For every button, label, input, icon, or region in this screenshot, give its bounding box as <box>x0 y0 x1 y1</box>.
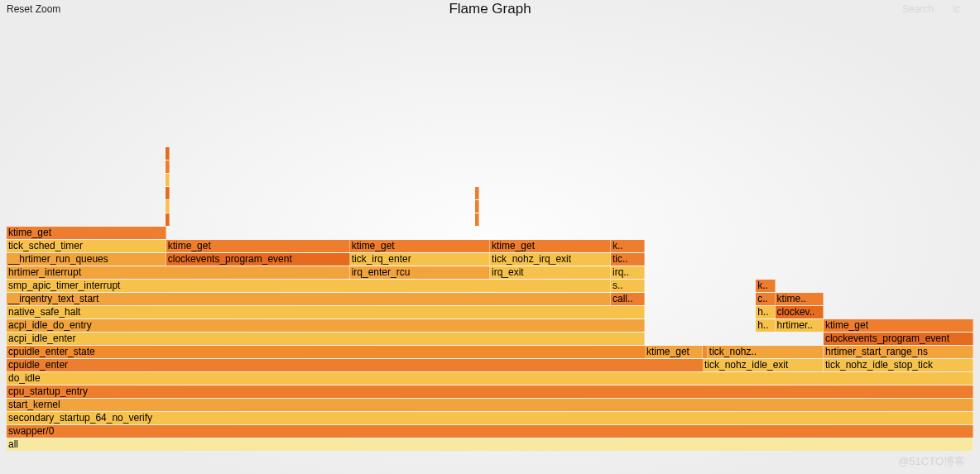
flame-frame[interactable]: tick_nohz_idle_exit <box>703 359 824 371</box>
flame-frame[interactable]: k.. <box>756 280 775 292</box>
flame-frame[interactable]: acpi_idle_enter <box>7 333 645 345</box>
flame-frame[interactable]: c.. <box>756 293 775 305</box>
watermark: @51CTO博客 <box>898 454 965 469</box>
flame-frame[interactable]: cpu_startup_entry <box>7 385 973 398</box>
flame-frame[interactable]: native_safe_halt <box>7 306 645 318</box>
flame-frame[interactable]: tick_nohz_idle_stop_tick <box>824 359 973 371</box>
flame-frame[interactable]: __irqentry_text_start <box>7 293 611 305</box>
ic-link[interactable]: ic <box>953 3 960 15</box>
flame-frame[interactable]: irq_enter_rcu <box>350 266 490 279</box>
flame-frame[interactable]: cpuidle_enter_state <box>7 346 708 358</box>
search-link[interactable]: Search <box>902 3 934 15</box>
flame-frame[interactable]: start_kernel <box>7 399 973 411</box>
flame-frame[interactable]: hrtimer.. <box>776 319 824 332</box>
flame-frame[interactable]: tick_irq_enter <box>350 253 490 266</box>
flame-frame[interactable]: cpuidle_enter <box>7 359 708 371</box>
flame-frame[interactable]: tic.. <box>611 253 645 266</box>
flame-frame[interactable]: do_idle <box>7 372 973 385</box>
flame-frame[interactable]: ktime.. <box>776 293 824 305</box>
flame-frame[interactable] <box>166 213 170 226</box>
flame-frame[interactable]: irq_exit <box>490 266 611 279</box>
flame-frame[interactable]: swapper/0 <box>7 425 973 438</box>
flame-frame[interactable] <box>166 174 170 186</box>
flame-frame[interactable] <box>475 200 479 213</box>
flame-frame[interactable] <box>475 187 479 199</box>
flame-frame[interactable]: __hrtimer_run_queues <box>7 253 166 266</box>
flame-frame[interactable]: hrtimer_interrupt <box>7 266 350 279</box>
flame-frame[interactable]: secondary_startup_64_no_verify <box>7 412 973 424</box>
flame-frame[interactable]: ktime_get <box>350 240 490 252</box>
flame-frame[interactable]: smp_apic_timer_interrupt <box>7 280 611 292</box>
flame-graph-canvas[interactable]: allswapper/0secondary_startup_64_no_veri… <box>7 146 973 451</box>
flame-frame[interactable]: tick_nohz.. <box>708 346 824 358</box>
flame-frame[interactable] <box>166 160 170 173</box>
flame-frame[interactable]: h.. <box>756 319 775 332</box>
flame-frame[interactable]: irq.. <box>611 266 645 279</box>
flame-frame[interactable]: clockevents_program_event <box>824 333 973 345</box>
flame-frame[interactable]: call.. <box>611 293 645 305</box>
flame-frame[interactable]: s.. <box>611 280 645 292</box>
flame-frame[interactable]: acpi_idle_do_entry <box>7 319 645 332</box>
flame-frame[interactable]: ktime_get <box>166 240 350 252</box>
flame-frame[interactable]: tick_sched_timer <box>7 240 166 252</box>
flame-frame[interactable] <box>166 147 170 160</box>
page-title: Flame Graph <box>0 1 980 17</box>
flame-frame[interactable] <box>166 187 170 199</box>
flame-frame[interactable]: ktime_get <box>824 319 973 332</box>
flame-frame[interactable]: k.. <box>611 240 645 252</box>
flame-frame[interactable]: hrtimer_start_range_ns <box>824 346 973 358</box>
flame-frame[interactable]: all <box>7 438 973 451</box>
flame-frame[interactable] <box>166 200 170 213</box>
flame-frame[interactable]: ktime_get <box>490 240 611 252</box>
flame-frame[interactable]: clockev.. <box>776 306 824 318</box>
flame-frame[interactable]: ktime_get <box>7 227 166 239</box>
flame-frame[interactable]: ktime_get <box>645 346 703 358</box>
flame-frame[interactable] <box>475 213 479 226</box>
flame-frame[interactable]: clockevents_program_event <box>166 253 350 266</box>
flame-frame[interactable]: h.. <box>756 306 775 318</box>
flame-frame[interactable]: tick_nohz_irq_exit <box>490 253 611 266</box>
